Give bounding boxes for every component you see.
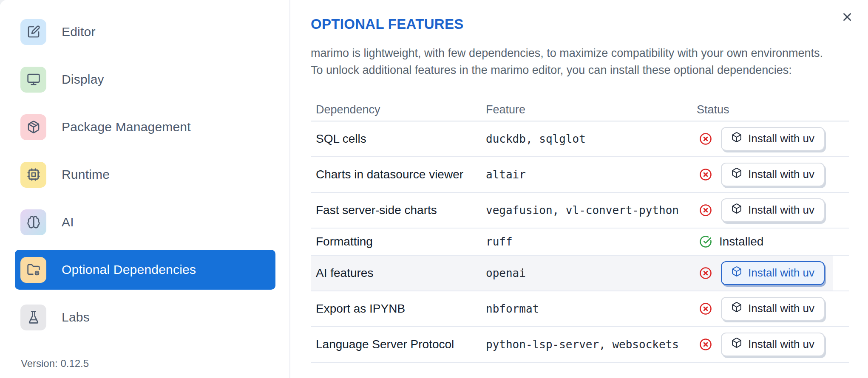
install-with-uv-button[interactable]: Install with uv xyxy=(721,333,825,356)
install-button-label: Install with uv xyxy=(748,302,814,315)
cpu-icon xyxy=(20,162,46,188)
optional-features-panel: OPTIONAL FEATURES marimo is lightweight,… xyxy=(290,0,868,378)
install-with-uv-button[interactable]: Install with uv xyxy=(721,163,825,186)
package-box-icon xyxy=(731,337,742,351)
install-with-uv-button[interactable]: Install with uv xyxy=(721,261,825,285)
installed-label: Installed xyxy=(719,235,763,248)
folder-cog-icon xyxy=(20,257,46,283)
status-success-icon xyxy=(699,235,712,248)
sidebar-item-labs[interactable]: Labs xyxy=(15,297,275,337)
flask-icon xyxy=(20,305,46,330)
dependency-cell: AI features xyxy=(311,266,486,280)
feature-cell: altair xyxy=(486,168,697,181)
table-row: Charts in datasource viewer altair Insta… xyxy=(311,157,849,193)
settings-dialog: Editor Display Package Management Runtim… xyxy=(0,0,868,378)
sidebar-item-ai[interactable]: AI xyxy=(15,202,275,242)
install-button-label: Install with uv xyxy=(748,338,814,351)
header-feature: Feature xyxy=(486,103,697,116)
monitor-icon xyxy=(20,67,46,93)
install-with-uv-button[interactable]: Install with uv xyxy=(721,297,825,321)
sidebar-item-label: Runtime xyxy=(62,167,110,182)
description-line-1: marimo is lightweight, with few dependen… xyxy=(311,47,823,59)
settings-sidebar: Editor Display Package Management Runtim… xyxy=(0,0,290,378)
dependency-cell: Formatting xyxy=(311,235,486,248)
status-cell: Install with uv xyxy=(697,261,849,285)
install-button-label: Install with uv xyxy=(748,266,814,279)
table-row: Language Server Protocol python-lsp-serv… xyxy=(311,327,849,363)
install-with-uv-button[interactable]: Install with uv xyxy=(721,127,825,151)
status-cell: Installed xyxy=(697,235,849,248)
page-title: OPTIONAL FEATURES xyxy=(311,16,849,32)
package-box-icon xyxy=(731,203,742,217)
panel-description: marimo is lightweight, with few dependen… xyxy=(311,45,849,79)
table-header-row: Dependency Feature Status xyxy=(311,99,849,121)
install-button-label: Install with uv xyxy=(748,132,814,145)
dependencies-table: Dependency Feature Status SQL cells duck… xyxy=(311,99,849,363)
sidebar-nav: Editor Display Package Management Runtim… xyxy=(0,0,289,337)
sidebar-item-label: Optional Dependencies xyxy=(62,262,196,277)
sidebar-item-label: Display xyxy=(62,72,104,87)
table-body: SQL cells duckdb, sqlglot Install with u… xyxy=(311,121,849,363)
dependency-cell: Language Server Protocol xyxy=(311,338,486,351)
sidebar-item-optional-dependencies[interactable]: Optional Dependencies xyxy=(15,250,275,290)
status-error-icon xyxy=(699,133,712,145)
close-icon xyxy=(841,11,854,25)
close-button[interactable] xyxy=(837,8,857,27)
sidebar-item-label: AI xyxy=(62,215,74,229)
dependency-cell: SQL cells xyxy=(311,132,486,146)
status-error-icon xyxy=(699,204,712,217)
status-cell: Install with uv xyxy=(697,127,849,151)
feature-cell: nbformat xyxy=(486,302,697,315)
feature-cell: vegafusion, vl-convert-python xyxy=(486,204,697,217)
sidebar-item-label: Editor xyxy=(62,25,96,39)
sidebar-item-label: Package Management xyxy=(62,120,191,134)
feature-cell: duckdb, sqlglot xyxy=(486,133,697,145)
table-row: Export as IPYNB nbformat Install with uv xyxy=(311,291,849,327)
header-status: Status xyxy=(697,103,849,116)
sidebar-item-label: Labs xyxy=(62,310,90,324)
table-row: Fast server-side charts vegafusion, vl-c… xyxy=(311,193,849,228)
package-icon xyxy=(20,114,46,140)
dependency-cell: Fast server-side charts xyxy=(311,203,486,217)
edit-icon xyxy=(20,19,46,45)
brain-icon xyxy=(20,209,46,235)
install-button-label: Install with uv xyxy=(748,168,814,181)
package-box-icon xyxy=(731,302,742,316)
feature-cell: ruff xyxy=(486,235,697,248)
dependency-cell: Export as IPYNB xyxy=(311,302,486,316)
sidebar-item-package-management[interactable]: Package Management xyxy=(15,107,275,147)
package-box-icon xyxy=(731,266,742,280)
dependency-cell: Charts in datasource viewer xyxy=(311,168,486,181)
package-box-icon xyxy=(731,132,742,146)
status-error-icon xyxy=(699,302,712,315)
package-box-icon xyxy=(731,167,742,181)
table-row: SQL cells duckdb, sqlglot Install with u… xyxy=(311,121,849,157)
status-error-icon xyxy=(699,338,712,351)
table-row: AI features openai Install with uv xyxy=(311,256,849,291)
sidebar-item-display[interactable]: Display xyxy=(15,59,275,99)
install-button-label: Install with uv xyxy=(748,203,814,217)
table-row: Formatting ruff Installed xyxy=(311,228,849,256)
install-with-uv-button[interactable]: Install with uv xyxy=(721,198,825,222)
feature-cell: python-lsp-server, websockets xyxy=(486,338,697,351)
sidebar-item-editor[interactable]: Editor xyxy=(15,12,275,52)
version-label: Version: 0.12.5 xyxy=(21,358,89,370)
status-cell: Install with uv xyxy=(697,333,849,356)
feature-cell: openai xyxy=(486,267,697,279)
status-cell: Install with uv xyxy=(697,198,849,222)
sidebar-item-runtime[interactable]: Runtime xyxy=(15,155,275,195)
status-cell: Install with uv xyxy=(697,297,849,321)
header-dependency: Dependency xyxy=(311,103,486,116)
status-cell: Install with uv xyxy=(697,163,849,186)
status-error-icon xyxy=(699,267,712,279)
status-error-icon xyxy=(699,168,712,181)
description-line-2: To unlock additional features in the mar… xyxy=(311,64,792,76)
